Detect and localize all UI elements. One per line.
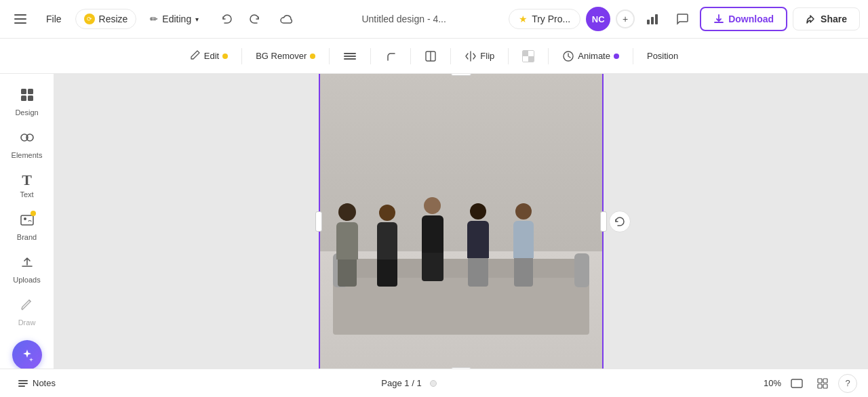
separator-3 [370,48,371,64]
animate-pro-dot [614,54,619,59]
transparency-button[interactable] [514,46,542,66]
text-icon: T [22,173,32,188]
svg-rect-21 [18,383,28,384]
svg-rect-25 [823,379,827,383]
separator-6 [508,48,509,64]
bottom-right-controls: 10% ? [755,373,857,394]
lines-icon [343,51,357,62]
sidebar-item-brand[interactable]: Brand [3,207,52,247]
edit-button[interactable]: Edit [182,45,236,66]
separator-7 [548,48,549,64]
file-button[interactable]: File [38,9,70,28]
download-button[interactable]: Download [700,7,787,31]
sidebar: Design Elements T Text Brand Uploads [0,74,54,369]
uploads-label: Uploads [13,276,40,284]
flip-button[interactable]: Flip [456,46,502,66]
edit-pro-dot [222,54,228,59]
animate-icon [562,50,574,62]
resize-handle-right[interactable] [600,211,607,232]
person-1 [328,203,368,287]
share-button[interactable]: Share [793,7,860,30]
document-title[interactable]: Untitled design - 4... [351,9,457,28]
page-navigation: Page 1 / 1 [68,378,750,388]
separator-5 [450,48,451,64]
help-button[interactable]: ? [838,374,857,393]
bg-remover-pro-dot [310,54,315,59]
resize-handle-top[interactable] [451,74,471,76]
brand-icon [20,212,35,230]
sidebar-item-draw[interactable]: Draw [3,292,52,332]
corner-tool-button[interactable] [376,46,405,66]
notes-label: Notes [33,378,56,388]
undo-button[interactable] [215,7,239,31]
redo-button[interactable] [242,7,267,31]
magic-button-area [12,335,42,369]
page-dot[interactable] [430,380,437,387]
grid-view-button[interactable] [812,373,833,394]
lines-tool-button[interactable] [335,47,365,66]
separator-2 [329,48,330,64]
corner-icon [384,50,397,62]
share-label: Share [821,14,847,24]
add-collaborator-button[interactable]: + [616,9,635,28]
top-bar: File ⟳ Resize ✏ Editing ▾ Untitled desig… [0,0,868,39]
try-pro-label: Try Pro... [532,14,570,24]
single-view-icon [791,379,803,388]
resize-handle-left[interactable] [315,211,322,232]
sidebar-item-design[interactable]: Design [3,82,52,122]
single-view-button[interactable] [787,373,807,394]
sidebar-item-text[interactable]: T Text [3,167,52,204]
sidebar-item-elements[interactable]: Elements [3,125,52,165]
zoom-level-display: 10% [755,378,781,388]
position-button[interactable]: Position [639,47,686,65]
sidebar-item-uploads[interactable]: Uploads [3,249,52,289]
bottom-bar: Notes Page 1 / 1 10% ? [0,369,868,397]
comments-button[interactable] [670,7,694,31]
svg-rect-4 [651,17,654,24]
try-pro-button[interactable]: ★ Try Pro... [509,9,580,29]
flip-label: Flip [480,51,494,61]
text-label: Text [20,190,33,198]
svg-rect-27 [823,384,827,388]
bg-remover-button[interactable]: BG Remover [248,47,323,65]
avatar[interactable]: NC [586,7,610,31]
stats-button[interactable] [640,7,665,31]
bg-remover-label: BG Remover [256,51,307,61]
magic-ai-button[interactable] [12,340,42,369]
uploads-icon [20,255,35,273]
svg-rect-5 [655,14,658,24]
rotate-handle[interactable] [609,211,631,232]
animate-label: Animate [578,51,610,61]
brand-label: Brand [17,233,37,241]
chevron-down-icon: ▾ [195,16,199,23]
svg-rect-15 [28,96,33,101]
separator-4 [410,48,411,64]
resize-handle-bottom[interactable] [451,367,471,369]
edit-label: Edit [204,51,219,61]
svg-rect-18 [21,215,33,225]
svg-rect-23 [791,379,802,388]
undo-redo-group [215,7,267,31]
notes-button[interactable]: Notes [11,375,62,392]
resize-icon: ⟳ [84,14,95,24]
svg-rect-24 [818,379,822,383]
canvas-wrapper [319,74,604,369]
editing-button[interactable]: ✏ Editing ▾ [142,9,207,28]
cloud-save-button[interactable] [275,7,299,31]
position-label: Position [647,51,678,61]
flip-icon [465,50,477,62]
svg-rect-20 [18,380,28,381]
resize-button[interactable]: ⟳ Resize [75,9,137,29]
editing-label: Editing [162,14,191,24]
animate-button[interactable]: Animate [554,46,627,66]
svg-rect-6 [344,53,356,54]
canvas-area[interactable] [54,74,868,369]
design-label: Design [15,108,38,117]
hamburger-menu-button[interactable] [8,7,33,31]
svg-rect-3 [647,20,650,24]
transform-tool-button[interactable] [416,46,445,66]
svg-rect-12 [21,89,26,94]
edit-icon [190,49,201,62]
draw-label: Draw [18,318,36,327]
page-indicator: Page 1 / 1 [381,378,421,388]
